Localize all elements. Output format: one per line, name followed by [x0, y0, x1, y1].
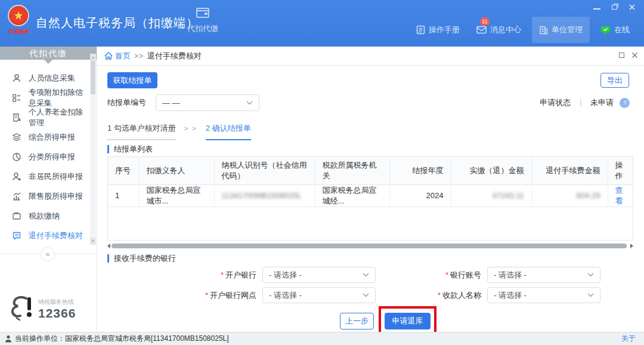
sidebar-scrollbar[interactable]: ▲ ▼ [90, 54, 96, 245]
window-controls [593, 4, 637, 11]
chevron-down-icon [363, 293, 369, 297]
col-seq: 序号 [108, 157, 139, 184]
step-1-tab[interactable]: 1 勾选单户核对清册 [107, 123, 176, 140]
cell-agent: 国家税务总局宣城市... [139, 184, 214, 207]
horizontal-scrollbar[interactable] [107, 243, 633, 249]
scroll-up-icon[interactable]: ▲ [90, 54, 96, 61]
restore-tab-icon[interactable] [619, 53, 624, 58]
bank-account-select[interactable]: - 请选择 - [487, 267, 600, 283]
message-count-badge: 11 [480, 17, 490, 26]
close-button[interactable] [628, 4, 637, 11]
close-tab-icon[interactable] [631, 52, 638, 58]
payee-name-select[interactable]: - 请选择 - [487, 287, 600, 303]
horizontal-scroll-track[interactable] [112, 244, 629, 248]
scrollbar-thumb[interactable] [91, 61, 95, 94]
cell-authority: 国家税务总局宣城经... [315, 184, 389, 207]
export-button[interactable]: 导出 [600, 73, 629, 88]
menu-item-manual-label: 操作手册 [429, 24, 460, 35]
svg-text:?: ? [623, 100, 626, 106]
application-status-row: 申请状态 ｜ 未申请 ? [540, 97, 630, 108]
statement-no-label: 结报单编号 [107, 97, 146, 108]
sidebar-header: 代扣代缴 [0, 47, 97, 60]
sidebar-item-comprehensive-income[interactable]: 综合所得申报 [0, 127, 89, 147]
main-content: 获取结报单 导出 结报单编号 — — 申请状态 ｜ 未申请 ? 1 勾选单户核对… [97, 66, 644, 332]
hotline-label: 纳税服务热线 [38, 298, 76, 306]
bank-title-label: 接收手续费的银行 [114, 253, 176, 264]
cell-seq: 1 [108, 184, 139, 207]
col-tax-id: 纳税人识别号（社会信用代码） [214, 157, 315, 184]
scroll-down-icon[interactable]: ▼ [90, 238, 96, 245]
status-value: 未申请 [590, 97, 614, 108]
menu-item-unit-management[interactable]: 单位管理 [532, 17, 590, 43]
step-1-number: 1 [107, 124, 112, 133]
header-menu: 操作手册 11 消息中心 单位管理 [410, 17, 636, 43]
col-fee-amount: 退付手续费金额 [531, 157, 608, 184]
previous-step-button[interactable]: 上一步 [340, 313, 374, 329]
menu-item-messages-label: 消息中心 [490, 24, 521, 35]
statement-list-section-title: 结报单列表 [107, 144, 153, 155]
restore-button[interactable] [611, 4, 619, 11]
menu-item-messages[interactable]: 11 消息中心 [470, 20, 527, 40]
minimize-button[interactable] [593, 4, 601, 11]
bank-branch-select[interactable]: - 请选择 - [262, 287, 376, 303]
sidebar-item-refund-fee-check[interactable]: 退付手续费核对 [0, 226, 89, 245]
cell-tax-id: 11341700MB1508025L [214, 184, 315, 207]
sidebar-item-label: 限售股所得申报 [29, 191, 83, 202]
payee-name-value: - 请选择 - [494, 290, 527, 301]
step-2-label: 确认结报单 [212, 124, 251, 133]
sidebar-item-label: 非居民所得申报 [29, 171, 83, 182]
menu-item-manual[interactable]: 操作手册 [410, 20, 466, 40]
tab-window-icons [619, 52, 638, 58]
bank-form-row-1: *开户银行 - 请选择 - *银行账号 - 请选择 - [97, 267, 644, 283]
bank-section-title: 接收手续费的银行 [107, 253, 176, 264]
statement-no-select[interactable]: — — [156, 94, 259, 111]
table-header-row: 序号 扣缴义务人 纳税人识别号（社会信用代码） 税款所属税务机关 结报年度 实缴… [108, 157, 633, 184]
sidebar-item-tax-payment[interactable]: 税款缴纳 [0, 206, 89, 226]
status-label: 申请状态 [540, 97, 571, 108]
scroll-left-icon[interactable] [107, 244, 110, 248]
cell-paid-amount: 47243.11 [451, 184, 531, 207]
online-icon [600, 26, 611, 35]
sidebar-item-nonresident-income[interactable]: 非居民所得申报 [0, 167, 89, 186]
col-authority: 税款所属税务机关 [315, 157, 389, 184]
apply-refund-button[interactable]: 申请退库 [385, 313, 431, 329]
help-icon[interactable]: ? [620, 98, 630, 108]
table-row[interactable]: 1 国家税务总局宣城市... 11341700MB1508025L 国家税务总局… [108, 184, 633, 207]
doc-download-icon [12, 113, 21, 122]
app-header: 中国税务 自然人电子税务局（扣缴端） 代扣代缴 [0, 0, 644, 47]
menu-item-online-status[interactable]: 在线 [595, 20, 636, 40]
step-2-tab[interactable]: 2 确认结报单 [206, 123, 251, 140]
sidebar-collapse-button[interactable]: « [41, 247, 55, 261]
sidebar-item-personnel-info[interactable]: 人员信息采集 [0, 68, 89, 88]
grid-list-icon [12, 93, 21, 103]
hotline-block: 纳税服务热线 12366 [10, 296, 76, 322]
fetch-statement-button[interactable]: 获取结报单 [107, 72, 157, 88]
sidebar-item-label: 专项附加扣除信息采集 [29, 87, 89, 109]
sidebar-item-restricted-stock[interactable]: 限售股所得申报 [0, 186, 89, 206]
sidebar-item-classified-income[interactable]: 分类所得申报 [0, 147, 89, 167]
sidebar-item-special-deduction[interactable]: 专项附加扣除信息采集 [0, 88, 89, 107]
bank-name-select[interactable]: - 请选择 - [262, 267, 376, 283]
chevron-down-icon [246, 101, 253, 105]
scroll-right-icon[interactable] [630, 244, 633, 248]
step-2-number: 2 [206, 124, 210, 133]
step-1-label: 勾选单户核对清册 [114, 124, 176, 133]
status-separator: ｜ [577, 97, 584, 108]
view-link[interactable]: 查看 [615, 186, 623, 205]
bank-account-label: *银行账号 [428, 270, 481, 281]
mail-icon [476, 26, 487, 34]
sidebar-item-pension-deduction[interactable]: 个人养老金扣除管理 [0, 107, 89, 127]
about-link[interactable]: 关于 [621, 334, 636, 344]
sidebar-header-pointer [44, 60, 52, 64]
app-logo: 中国税务 [5, 5, 32, 36]
breadcrumb-home[interactable]: 首页 [104, 51, 131, 61]
tab-withholding[interactable]: 代扣代缴 [179, 6, 227, 42]
breadcrumb-current: 退付手续费核对 [147, 51, 202, 61]
status-bar: 当前操作单位：国家税务总局宣城市税务局[11341700MB1508025L] … [0, 332, 644, 345]
chevron-down-icon [587, 293, 594, 297]
chevron-down-icon [363, 273, 369, 277]
col-agent: 扣缴义务人 [139, 157, 214, 184]
sidebar-item-label: 退付手续费核对 [29, 230, 83, 241]
statement-no-row: 结报单编号 — — [107, 94, 259, 111]
horizontal-scroll-thumb[interactable] [112, 244, 627, 248]
